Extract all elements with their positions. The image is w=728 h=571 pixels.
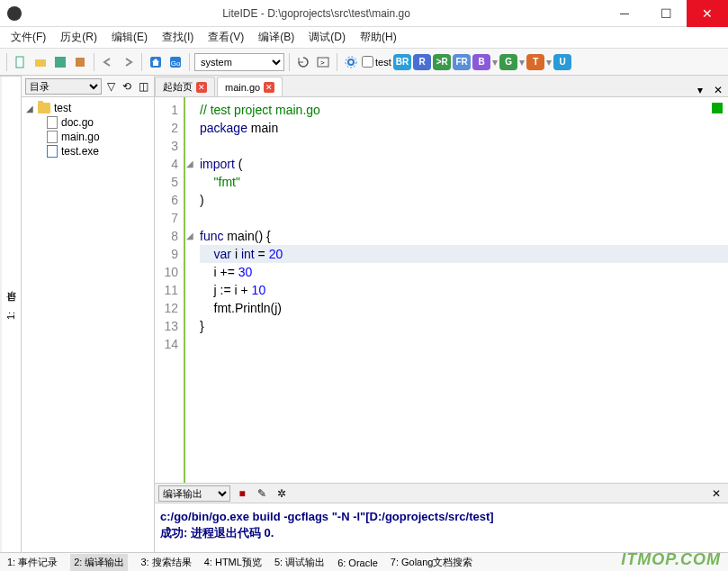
minimize-button[interactable]: ─ <box>604 0 645 27</box>
env-select[interactable]: system <box>194 53 284 71</box>
settings-icon[interactable]: ✲ <box>274 485 290 502</box>
menu-compile[interactable]: 编译(B) <box>251 28 301 47</box>
app-icon <box>7 6 22 21</box>
status-search[interactable]: 3: 搜索结果 <box>140 556 191 569</box>
menu-help[interactable]: 帮助(H) <box>353 28 404 47</box>
status-bar: 1: 事件记录 2: 编译输出 3: 搜索结果 4: HTML预览 5: 调试输… <box>0 552 728 571</box>
sidebar: 目录 ▽ ⟲ ◫ ◢ test doc.go main.go test.exe <box>22 76 155 552</box>
svg-text:>: > <box>320 59 325 67</box>
clear-icon[interactable]: ✎ <box>254 485 270 502</box>
stop-icon[interactable]: ■ <box>234 485 250 502</box>
toolbar: Go system > test BR R >R FR B ▾ G ▾ T ▾ … <box>0 49 728 76</box>
badge-u[interactable]: U <box>553 54 571 70</box>
line-gutter: 1234567891011121314 <box>155 97 185 483</box>
close-panel-icon[interactable]: ✕ <box>708 485 724 502</box>
svg-point-9 <box>348 59 354 65</box>
home-icon[interactable] <box>147 53 165 71</box>
output-body[interactable]: c:/go/bin/go.exe build -gcflags "-N -l"[… <box>155 503 728 552</box>
redo-icon[interactable] <box>119 53 137 71</box>
status-debug[interactable]: 5: 调试输出 <box>274 556 325 569</box>
code-body[interactable]: // test project main.gopackage main impo… <box>194 97 728 483</box>
gear-icon[interactable] <box>342 53 360 71</box>
status-godoc[interactable]: 7: Golang文档搜索 <box>391 556 473 569</box>
watermark: ITMOP.COM <box>621 550 721 569</box>
badge-fr[interactable]: FR <box>453 54 471 70</box>
svg-point-10 <box>346 57 356 68</box>
menu-debug[interactable]: 调试(D) <box>301 28 353 47</box>
menu-file[interactable]: 文件(F) <box>4 28 53 47</box>
file-icon <box>47 116 58 129</box>
exe-icon <box>47 145 58 158</box>
status-compile-out[interactable]: 2: 编译输出 <box>70 554 128 571</box>
svg-rect-3 <box>76 58 85 67</box>
tree-file[interactable]: doc.go <box>47 115 150 130</box>
close-icon[interactable]: ✕ <box>196 82 207 93</box>
badge-b[interactable]: B <box>472 54 490 70</box>
menu-view[interactable]: 查看(V) <box>201 28 251 47</box>
undo-icon[interactable] <box>99 53 117 71</box>
terminal-icon[interactable]: > <box>314 53 332 71</box>
status-html[interactable]: 4: HTML预览 <box>204 556 262 569</box>
menu-edit[interactable]: 编辑(E) <box>104 28 155 47</box>
svg-rect-0 <box>16 57 23 68</box>
status-oracle[interactable]: 6: Oracle <box>337 557 378 568</box>
new-file-icon[interactable] <box>12 53 30 71</box>
output-selector[interactable]: 编译输出 <box>158 485 230 502</box>
status-event-log[interactable]: 1: 事件记录 <box>7 556 58 569</box>
file-icon <box>47 131 58 143</box>
badge-g[interactable]: G <box>499 54 517 70</box>
left-rail: 1: 目录 2: 类视图 3: 大纲 4: Package浏览 5: 文件系统 <box>0 76 22 552</box>
tab-close-all-icon[interactable]: ✕ <box>708 84 728 96</box>
badge-sr[interactable]: >R <box>433 54 451 70</box>
tab-start[interactable]: 起始页✕ <box>155 77 215 96</box>
badge-r[interactable]: R <box>413 54 431 70</box>
editor-tabs: 起始页✕ main.go✕ ▾ ✕ <box>155 76 728 97</box>
rail-tab-dir[interactable]: 1: 目录 <box>2 76 21 552</box>
reload-icon[interactable] <box>294 53 312 71</box>
menu-find[interactable]: 查找(I) <box>155 28 201 47</box>
save-all-icon[interactable] <box>71 53 89 71</box>
badge-t[interactable]: T <box>526 54 544 70</box>
tree-file[interactable]: test.exe <box>47 144 150 159</box>
code-marker <box>712 103 723 113</box>
window-title: LiteIDE - D:\goprojects\src\test\main.go <box>29 7 604 20</box>
code-editor[interactable]: 1234567891011121314 ◢◢ // test project m… <box>155 97 728 483</box>
close-button[interactable]: ✕ <box>687 0 728 27</box>
test-checkbox[interactable]: test <box>362 56 391 68</box>
svg-text:Go: Go <box>171 59 181 68</box>
folder-icon[interactable] <box>31 53 49 71</box>
tree-file[interactable]: main.go <box>47 130 150 144</box>
menu-history[interactable]: 历史(R) <box>53 28 104 47</box>
svg-rect-1 <box>35 59 46 67</box>
output-pane: 编译输出 ■ ✎ ✲ ✕ c:/go/bin/go.exe build -gcf… <box>155 483 728 552</box>
filter-icon[interactable]: ▽ <box>103 79 118 94</box>
menubar: 文件(F) 历史(R) 编辑(E) 查找(I) 查看(V) 编译(B) 调试(D… <box>0 27 728 49</box>
fold-column: ◢◢ <box>185 97 194 483</box>
save-icon[interactable] <box>51 53 69 71</box>
expand-icon[interactable]: ◢ <box>25 104 34 113</box>
sidebar-selector[interactable]: 目录 <box>25 78 102 95</box>
svg-rect-2 <box>55 57 66 68</box>
sync-icon[interactable]: ⟲ <box>120 79 134 94</box>
go-icon[interactable]: Go <box>166 53 184 71</box>
tab-main-go[interactable]: main.go✕ <box>217 77 283 96</box>
close-icon[interactable]: ✕ <box>264 82 274 93</box>
tab-dropdown-icon[interactable]: ▾ <box>692 84 708 96</box>
maximize-button[interactable]: ☐ <box>645 0 687 27</box>
titlebar: LiteIDE - D:\goprojects\src\test\main.go… <box>0 0 728 27</box>
split-icon[interactable]: ◫ <box>136 79 150 94</box>
badge-br[interactable]: BR <box>393 54 411 70</box>
folder-icon <box>38 103 50 113</box>
file-tree: ◢ test doc.go main.go test.exe <box>22 97 154 552</box>
tree-folder-test[interactable]: ◢ test <box>25 101 150 115</box>
rail-tab-class[interactable]: 2: 类视图 <box>0 76 2 552</box>
